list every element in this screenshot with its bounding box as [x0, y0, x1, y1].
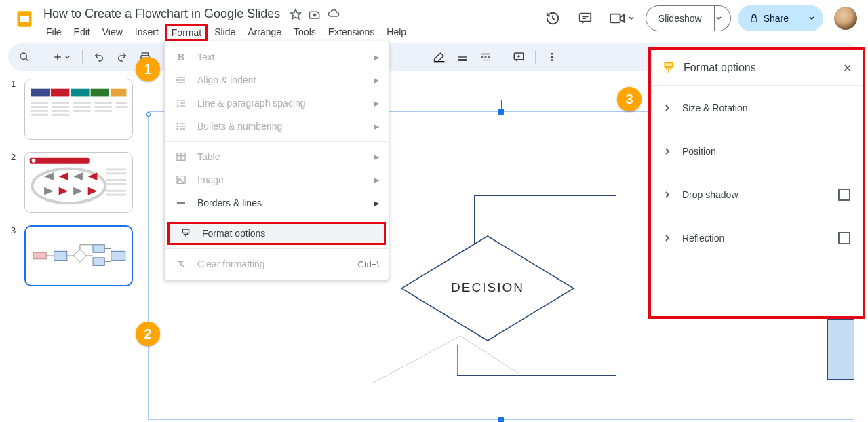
panel-reflection[interactable]: Reflection — [651, 216, 863, 260]
menu-insert[interactable]: Insert — [130, 24, 164, 41]
panel-size-rotation[interactable]: Size & Rotation — [651, 86, 863, 130]
share-dropdown[interactable] — [800, 5, 823, 31]
chevron-right-icon — [663, 104, 671, 112]
dd-line-spacing[interactable]: Line & paragraph spacing▶ — [165, 92, 389, 115]
svg-rect-53 — [52, 114, 69, 116]
dd-image[interactable]: Image▶ — [165, 168, 389, 191]
more-icon[interactable] — [542, 47, 561, 66]
svg-point-20 — [551, 56, 553, 58]
connector-line[interactable] — [474, 195, 616, 196]
reflection-checkbox[interactable] — [838, 232, 850, 244]
dd-clear-formatting[interactable]: Clear formattingCtrl+\ — [165, 252, 389, 275]
flowchart-rect[interactable] — [827, 319, 854, 380]
svg-rect-91 — [111, 251, 125, 260]
slideshow-button[interactable]: Slideshow — [646, 5, 715, 31]
line-spacing-icon — [174, 96, 188, 110]
menu-view[interactable]: View — [97, 24, 128, 41]
svg-rect-47 — [31, 106, 48, 108]
slide-thumb-1[interactable] — [24, 79, 133, 140]
svg-marker-70 — [73, 187, 83, 195]
dd-bullets[interactable]: Bullets & numbering▶ — [165, 115, 389, 138]
svg-rect-74 — [106, 172, 126, 174]
chevron-right-icon — [663, 234, 671, 242]
history-icon[interactable] — [540, 5, 566, 31]
cloud-icon[interactable] — [328, 8, 340, 20]
svg-rect-58 — [94, 106, 111, 108]
callout-badge-2: 2 — [136, 322, 160, 346]
undo-icon[interactable] — [90, 47, 108, 66]
image-icon — [174, 173, 188, 187]
insert-comment-icon[interactable] — [509, 47, 528, 66]
resize-handle-top[interactable] — [498, 109, 504, 115]
guide-lines — [372, 336, 521, 390]
menu-format[interactable]: Format — [165, 24, 208, 41]
avatar[interactable] — [834, 7, 857, 30]
border-color-icon[interactable] — [430, 47, 449, 66]
close-icon[interactable]: ✕ — [843, 62, 852, 75]
svg-point-30 — [177, 128, 178, 129]
redo-icon[interactable] — [113, 47, 132, 66]
share-button[interactable]: Share — [738, 5, 800, 31]
svg-marker-69 — [88, 187, 98, 195]
border-weight-icon[interactable] — [453, 47, 472, 66]
slideshow-dropdown[interactable] — [708, 5, 731, 31]
menu-edit[interactable]: Edit — [68, 24, 96, 41]
doc-title[interactable]: How to Create a Flowchart in Google Slid… — [41, 5, 283, 22]
panel-drop-shadow[interactable]: Drop shadow — [651, 173, 863, 216]
svg-rect-76 — [106, 183, 126, 185]
new-slide-icon[interactable] — [48, 47, 75, 66]
svg-rect-78 — [106, 194, 126, 196]
dd-text[interactable]: BText▶ — [165, 45, 389, 69]
svg-rect-61 — [116, 106, 128, 108]
svg-rect-75 — [106, 179, 126, 181]
svg-marker-2 — [291, 9, 301, 18]
meet-icon[interactable] — [605, 5, 639, 31]
thumb-number: 3 — [11, 225, 19, 235]
menu-tools[interactable]: Tools — [288, 24, 321, 41]
menu-extensions[interactable]: Extensions — [323, 24, 380, 41]
dd-align[interactable]: Align & indent▶ — [165, 69, 389, 92]
svg-rect-41 — [31, 89, 50, 97]
svg-rect-4 — [610, 14, 620, 23]
menu-file[interactable]: File — [41, 24, 67, 41]
drop-shadow-checkbox[interactable] — [838, 189, 850, 201]
header: How to Create a Flowchart in Google Slid… — [0, 0, 868, 41]
decision-shape[interactable]: DECISION — [399, 234, 576, 343]
svg-rect-55 — [73, 106, 90, 108]
dd-format-options[interactable]: Format options — [167, 222, 386, 245]
resize-handle-bottom[interactable] — [498, 417, 504, 422]
slides-logo[interactable] — [11, 5, 38, 33]
svg-rect-62 — [30, 158, 90, 164]
comment-icon[interactable] — [572, 5, 598, 31]
border-dash-icon[interactable] — [476, 47, 495, 66]
callout-badge-3: 3 — [617, 87, 642, 111]
borders-icon — [174, 196, 188, 210]
svg-point-64 — [33, 168, 106, 203]
lock-icon — [749, 13, 760, 24]
align-indent-icon — [174, 73, 188, 87]
panel-position[interactable]: Position — [651, 130, 863, 173]
svg-point-21 — [551, 59, 553, 61]
svg-rect-81 — [54, 251, 67, 260]
svg-rect-56 — [73, 110, 90, 112]
svg-point-63 — [32, 159, 36, 163]
svg-marker-66 — [59, 172, 68, 180]
menu-arrange[interactable]: Arrange — [242, 24, 287, 41]
svg-rect-86 — [93, 258, 104, 265]
rotate-handle[interactable] — [146, 112, 151, 117]
format-options-icon — [662, 61, 675, 75]
dd-table[interactable]: Table▶ — [165, 145, 389, 168]
slide-thumb-3[interactable] — [24, 225, 133, 286]
star-icon[interactable] — [290, 8, 302, 20]
thumb-number: 2 — [11, 152, 19, 162]
search-menus-icon[interactable] — [15, 47, 34, 66]
svg-point-29 — [177, 126, 178, 126]
dd-borders[interactable]: Borders & lines▶ — [165, 191, 389, 214]
menu-help[interactable]: Help — [381, 24, 412, 41]
svg-rect-60 — [116, 102, 128, 104]
svg-marker-83 — [73, 249, 86, 262]
slide-thumb-2[interactable] — [24, 152, 133, 213]
move-icon[interactable] — [309, 8, 321, 20]
svg-marker-71 — [59, 187, 68, 195]
menu-slide[interactable]: Slide — [209, 24, 241, 41]
